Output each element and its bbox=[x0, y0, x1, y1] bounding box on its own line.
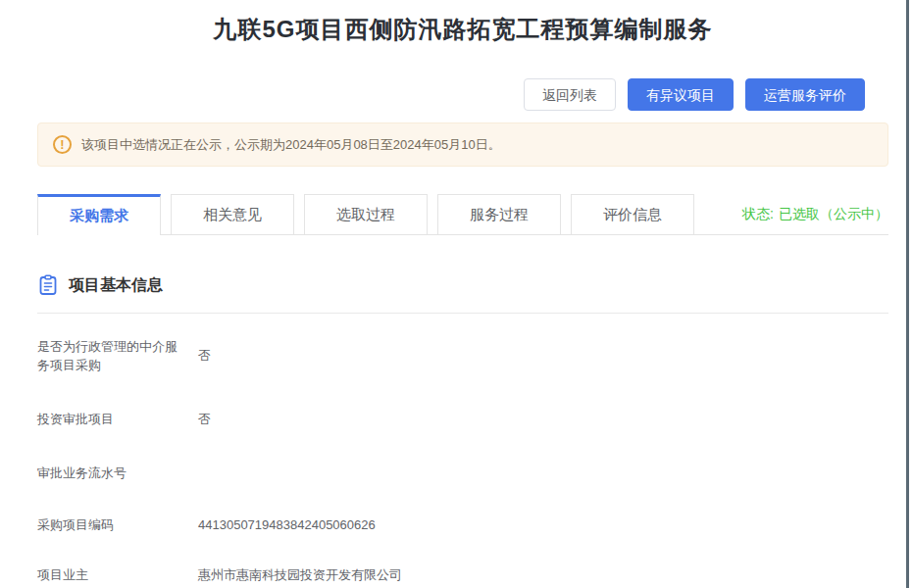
back-to-list-button[interactable]: 返回列表 bbox=[524, 78, 616, 111]
status-badge: 状态: 已选取（公示中） bbox=[742, 194, 888, 234]
warning-circle-icon: ! bbox=[53, 135, 72, 154]
status-label: 状态: bbox=[742, 206, 774, 223]
field-row-project-owner: 项目业主 惠州市惠南科技园投资开发有限公司 bbox=[37, 565, 888, 584]
tab-bar: 采购需求 相关意见 选取过程 服务过程 评价信息 状态: 已选取（公示中） bbox=[37, 194, 888, 235]
tab-evaluation-info[interactable]: 评价信息 bbox=[571, 194, 694, 234]
notice-text: 该项目中选情况正在公示，公示期为2024年05月08日至2024年05月10日。 bbox=[81, 136, 501, 154]
tab-selection-process[interactable]: 选取过程 bbox=[304, 194, 428, 234]
field-row-approval-serial-number: 审批业务流水号 bbox=[37, 464, 888, 482]
toolbar: 返回列表 有异议项目 运营服务评价 bbox=[37, 78, 888, 111]
tab-service-process[interactable]: 服务过程 bbox=[437, 194, 561, 234]
field-value: 4413050719483842405060626 bbox=[198, 517, 376, 532]
field-row-intermediary-service: 是否为行政管理的中介服务项目采购 否 bbox=[37, 337, 888, 374]
section-title: 项目基本信息 bbox=[69, 275, 163, 296]
field-value: 否 bbox=[198, 347, 211, 365]
field-label: 项目业主 bbox=[37, 565, 186, 584]
basic-info-fields: 是否为行政管理的中介服务项目采购 否 投资审批项目 否 审批业务流水号 采购项目… bbox=[37, 337, 888, 584]
clipboard-icon bbox=[37, 274, 59, 296]
status-value: 已选取（公示中） bbox=[779, 206, 888, 223]
field-label: 采购项目编码 bbox=[37, 515, 186, 534]
section-divider bbox=[37, 313, 888, 314]
field-row-investment-approval: 投资审批项目 否 bbox=[37, 410, 888, 428]
page-title: 九联5G项目西侧防汛路拓宽工程预算编制服务 bbox=[37, 14, 888, 45]
window-right-border bbox=[906, 0, 909, 588]
objection-project-button[interactable]: 有异议项目 bbox=[628, 78, 734, 111]
field-value: 惠州市惠南科技园投资开发有限公司 bbox=[198, 566, 402, 584]
project-detail-page: 九联5G项目西侧防汛路拓宽工程预算编制服务 返回列表 有异议项目 运营服务评价 … bbox=[0, 0, 912, 588]
publicity-notice-banner: ! 该项目中选情况正在公示，公示期为2024年05月08日至2024年05月10… bbox=[37, 122, 888, 167]
field-label: 是否为行政管理的中介服务项目采购 bbox=[37, 337, 186, 374]
field-label: 投资审批项目 bbox=[37, 410, 186, 428]
tab-related-opinions[interactable]: 相关意见 bbox=[171, 194, 294, 234]
field-row-procurement-project-code: 采购项目编码 4413050719483842405060626 bbox=[37, 515, 888, 534]
service-evaluation-button[interactable]: 运营服务评价 bbox=[745, 78, 865, 111]
field-label: 审批业务流水号 bbox=[37, 464, 186, 482]
field-value: 否 bbox=[198, 411, 211, 428]
tab-procurement-demand[interactable]: 采购需求 bbox=[37, 194, 161, 235]
section-header-basic-info: 项目基本信息 bbox=[37, 274, 888, 296]
